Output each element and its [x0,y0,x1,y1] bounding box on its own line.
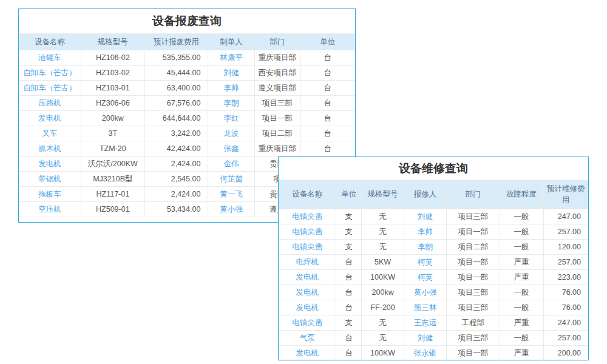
table-row: 气泵 台 无 刘健 项目三部 一般 257.00 [279,331,588,346]
unit-cell: 台 [300,96,355,111]
creator-link[interactable]: 何芷茵 [208,172,254,187]
department-cell: 项目二部 [254,126,300,141]
reporter-link[interactable]: 刘健 [404,209,447,224]
column-header-department: 部门 [446,180,500,209]
creator-link[interactable]: 龙波 [208,126,254,141]
cost-cell: 3,242.00 [144,126,208,141]
unit-cell: 台 [300,81,355,96]
spec-cell: HZ103-01 [81,81,144,96]
equipment-name-link[interactable]: 发电机 [19,111,81,126]
column-header-spec-model: 规格型号 [362,180,404,209]
cost-cell: 67,576.00 [144,96,208,111]
equipment-name-link[interactable]: 电镐尖凿 [279,240,336,255]
fault-level-cell: 严重 [500,315,543,331]
department-cell: 项目一部 [446,255,500,270]
creator-link[interactable]: 张鑫 [208,141,254,157]
creator-link[interactable]: 黄小强 [208,202,254,217]
reporter-link[interactable]: 刘健 [404,331,447,346]
department-cell: 项目一部 [446,346,500,361]
equipment-name-link[interactable]: 发电机 [19,157,81,172]
creator-link[interactable]: 刘健 [208,66,254,81]
equipment-name-link[interactable]: 拖板车 [19,187,81,202]
spec-cell: 无 [362,224,404,240]
spec-cell: 无 [362,209,404,224]
reporter-link[interactable]: 黄小强 [404,285,447,300]
reporter-link[interactable]: 柯英 [404,255,447,270]
equipment-name-link[interactable]: 发电机 [279,346,336,361]
equipment-name-link[interactable]: 电焊机 [279,255,336,270]
department-cell: 项目一部 [254,111,300,126]
spec-cell: TZM-20 [81,141,144,157]
table-row: 压路机 HZ306-06 67,576.00 李朗 项目三部 台 [19,96,355,111]
spec-cell: 100KW [362,346,404,361]
creator-link[interactable]: 林康平 [208,50,254,66]
department-cell: 工程部 [446,315,500,331]
column-header-equipment-name: 设备名称 [279,180,336,209]
column-header-reporter: 报修人 [404,180,447,209]
cost-cell: 535,355.00 [144,50,208,66]
cost-cell: 2,545.00 [144,172,208,187]
equipment-name-link[interactable]: 抓木机 [19,141,81,157]
equipment-name-link[interactable]: 电镐尖凿 [279,315,336,331]
table-row: 电镐尖凿 支 无 李帅 项目一部 一般 257.00 [279,224,588,240]
reporter-link[interactable]: 李帅 [404,224,447,240]
department-cell: 重庆项目部 [254,50,300,66]
equipment-name-link[interactable]: 带锯机 [19,172,81,187]
spec-cell: 5KW [362,255,404,270]
fault-level-cell: 一般 [500,240,543,255]
cost-cell: 200.00 [543,346,588,361]
equipment-name-link[interactable]: 发电机 [279,270,336,285]
department-cell: 项目三部 [446,300,500,315]
reporter-link[interactable]: 王志远 [404,315,447,331]
equipment-name-link[interactable]: 自卸车（芒古） [19,81,81,96]
equipment-name-link[interactable]: 叉车 [19,126,81,141]
fault-level-cell: 一般 [500,300,543,315]
department-cell: 项目三部 [446,331,500,346]
equipment-name-link[interactable]: 油罐车 [19,50,81,66]
cost-cell: 247.00 [543,209,588,224]
equipment-name-link[interactable]: 空压机 [19,202,81,217]
equipment-name-link[interactable]: 气泵 [279,331,336,346]
spec-cell: MJ3210B型 [81,172,144,187]
reporter-link[interactable]: 熊三林 [404,300,447,315]
unit-cell: 台 [336,255,362,270]
reporter-link[interactable]: 张永银 [404,346,447,361]
spec-cell: FF-200 [362,300,404,315]
department-cell: 项目一部 [446,270,500,285]
creator-link[interactable]: 李红 [208,111,254,126]
spec-cell: 200kw [81,111,144,126]
equipment-name-link[interactable]: 发电机 [279,285,336,300]
repair-header-row: 设备名称 单位 规格型号 报修人 部门 故障程度 预计维修费用 [279,180,588,209]
department-cell: 遵义项目部 [254,81,300,96]
equipment-name-link[interactable]: 压路机 [19,96,81,111]
spec-cell: 无 [362,240,404,255]
equipment-name-link[interactable]: 发电机 [279,300,336,315]
cost-cell: 76.00 [543,300,588,315]
unit-cell: 支 [336,240,362,255]
unit-cell: 台 [300,66,355,81]
spec-cell: HZ306-06 [81,96,144,111]
unit-cell: 台 [336,285,362,300]
table-row: 叉车 3T 3,242.00 龙波 项目二部 台 [19,126,355,141]
creator-link[interactable]: 李帅 [208,81,254,96]
creator-link[interactable]: 李朗 [208,96,254,111]
unit-cell: 台 [300,141,355,157]
equipment-name-link[interactable]: 自卸车（芒古） [19,66,81,81]
creator-link[interactable]: 黄一飞 [208,187,254,202]
spec-cell: 100KW [362,270,404,285]
unit-cell: 台 [300,126,355,141]
column-header-equipment-name: 设备名称 [19,34,81,50]
scrap-header-row: 设备名称 规格型号 预计报废费用 制单人 部门 单位 [19,34,355,50]
equipment-name-link[interactable]: 电镐尖凿 [279,209,336,224]
reporter-link[interactable]: 李朗 [404,240,447,255]
reporter-link[interactable]: 柯英 [404,270,447,285]
spec-cell: 沃尔沃/200KW [81,157,144,172]
cost-cell: 42,424.00 [144,141,208,157]
fault-level-cell: 一般 [500,224,543,240]
column-header-unit: 单位 [336,180,362,209]
equipment-name-link[interactable]: 电镐尖凿 [279,224,336,240]
cost-cell: 257.00 [543,255,588,270]
cost-cell: 2,424.00 [144,157,208,172]
creator-link[interactable]: 金伟 [208,157,254,172]
department-cell: 项目三部 [254,96,300,111]
